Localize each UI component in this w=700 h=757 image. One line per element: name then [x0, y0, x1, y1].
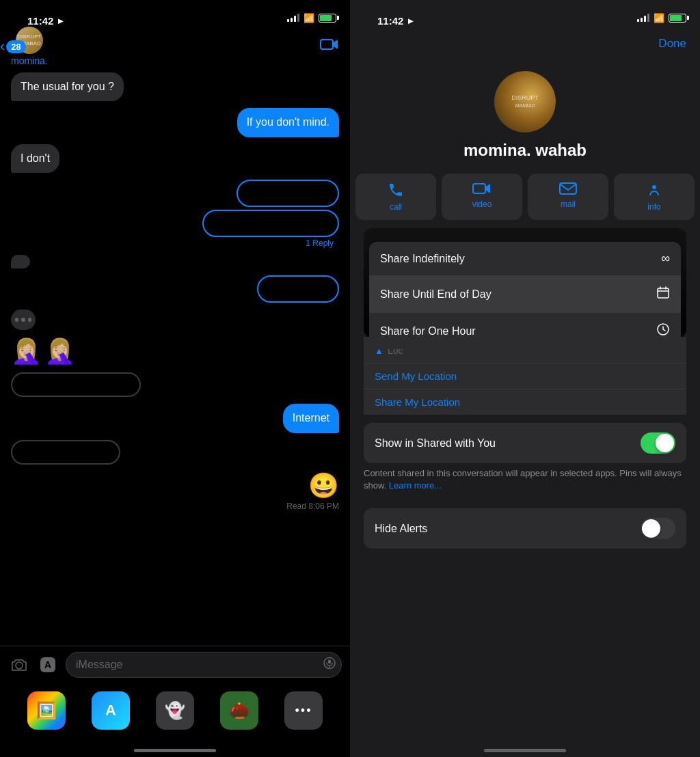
end-of-day-icon — [656, 286, 670, 303]
share-until-end-text: Share Until End of Day — [380, 288, 492, 301]
message-row: 😀 Read 8:06 PM — [11, 471, 339, 511]
share-one-hour-text: Share for One Hour — [380, 325, 476, 338]
video-button[interactable]: video — [442, 174, 522, 220]
message-bubble-dark-outline-2 — [11, 440, 120, 465]
hide-alerts-section: Hide Alerts — [364, 508, 686, 549]
message-bubble-received: The usual for you ? — [11, 72, 124, 101]
share-one-hour-option[interactable]: Share for One Hour — [369, 313, 681, 349]
toggle-thumb — [656, 434, 674, 452]
home-bar-left — [134, 749, 216, 752]
profile-name: momina. wahab — [463, 141, 587, 160]
signal-icon-left — [287, 14, 299, 22]
message-bubble-outlined — [237, 180, 339, 207]
show-in-shared-toggle[interactable] — [641, 432, 675, 454]
share-indefinitely-text: Share Indefinitely — [380, 253, 465, 265]
status-bar-left: 11:42 ► 📶 — [0, 0, 350, 30]
mail-button[interactable]: mail — [528, 174, 608, 220]
emoji-message: 🤦🏼‍♀️ 🤦🏼‍♀️ — [11, 337, 75, 366]
call-label: call — [390, 202, 402, 212]
message-row: The usual for you ? — [11, 72, 339, 101]
time-text-right: 11:42 — [377, 15, 403, 27]
contact-name-nav[interactable]: momina. — [11, 55, 48, 66]
nav-bar-left: ‹ 28 DISRUPTAMABAD momina. — [0, 30, 350, 66]
info-button[interactable]: info — [614, 174, 695, 220]
loading-indicator — [11, 309, 36, 330]
share-indefinitely-option[interactable]: Share Indefinitely ∞ — [369, 242, 681, 276]
done-button[interactable]: Done — [658, 33, 686, 55]
wifi-icon-right: 📶 — [654, 13, 664, 23]
dock-more[interactable]: ••• — [284, 691, 323, 730]
share-until-end-of-day-option[interactable]: Share Until End of Day — [369, 276, 681, 313]
share-my-location-row[interactable]: Share My Location — [364, 389, 686, 415]
signal-icon-right — [637, 14, 649, 22]
read-receipt: Read 8:06 PM — [286, 501, 339, 511]
message-bubble-received — [11, 255, 30, 269]
show-in-shared-row: Show in Shared with You — [364, 423, 686, 463]
status-bar-right: 11:42 ► 📶 — [350, 0, 700, 30]
right-panel: 11:42 ► 📶 Done DISRUPT AMABAD momina — [350, 0, 700, 757]
indefinitely-icon: ∞ — [661, 251, 670, 266]
time-right: 11:42 ► — [364, 3, 429, 33]
svg-rect-4 — [473, 184, 485, 193]
audio-button[interactable] — [323, 657, 336, 673]
contact-profile: DISRUPT AMABAD momina. wahab — [350, 60, 700, 174]
messages-area: The usual for you ? If you don't mind. I… — [0, 66, 350, 646]
dock-acorn[interactable]: 🌰 — [220, 691, 258, 730]
home-indicator-right — [350, 743, 700, 757]
message-input[interactable]: iMessage — [66, 652, 342, 678]
dock-photos[interactable]: 🖼️ — [27, 691, 66, 730]
left-panel: 11:42 ► 📶 ‹ 28 DISRUPTAMABAD momina. — [0, 0, 350, 757]
avatar-image-large: DISRUPT AMABAD — [494, 71, 556, 133]
reply-label[interactable]: 1 Reply — [306, 238, 339, 248]
call-button[interactable]: call — [355, 174, 436, 220]
message-row — [11, 275, 339, 303]
status-icons-left: 📶 — [287, 13, 336, 23]
hide-alerts-toggle[interactable] — [641, 518, 675, 539]
dock: 🖼️ A 👻 🌰 ••• — [0, 686, 350, 743]
video-label: video — [472, 199, 492, 209]
message-row — [11, 255, 339, 269]
status-icons-right: 📶 — [637, 13, 686, 23]
input-placeholder: iMessage — [76, 659, 122, 671]
back-badge: 28 — [6, 40, 25, 53]
svg-point-6 — [652, 185, 656, 189]
home-indicator-left — [0, 743, 350, 757]
location-dropdown: Share Indefinitely ∞ Share Until End of … — [369, 242, 681, 349]
send-my-location-row[interactable]: Send My Location — [364, 363, 686, 389]
settings-section: Show in Shared with You — [364, 423, 686, 463]
battery-icon-left — [319, 14, 336, 23]
hide-alerts-label: Hide Alerts — [375, 523, 427, 535]
time-text-left: 11:42 — [27, 15, 53, 27]
home-bar-right — [484, 749, 566, 752]
svg-rect-7 — [658, 288, 669, 298]
message-row: 1 Reply — [11, 180, 339, 248]
back-chevron-icon: ‹ — [0, 38, 5, 55]
svg-point-1 — [16, 662, 23, 669]
one-hour-icon — [656, 322, 670, 340]
location-icon-left: ► — [56, 16, 65, 26]
message-bubble-sent: If you don't mind. — [237, 108, 339, 137]
show-in-shared-label: Show in Shared with You — [375, 437, 496, 450]
message-bubble-sent-internet: Internet — [283, 404, 339, 432]
input-bar: A iMessage — [0, 646, 350, 686]
video-call-button[interactable] — [320, 38, 339, 55]
emoji-sent: 😀 — [308, 471, 339, 500]
hide-alerts-row: Hide Alerts — [364, 508, 686, 549]
show-in-shared-sublabel: Content shared in this conversation will… — [350, 463, 700, 500]
dock-ghost[interactable]: 👻 — [156, 691, 194, 730]
location-icon-right: ► — [406, 16, 415, 26]
message-bubble-received: I don't — [11, 144, 59, 173]
battery-icon-right — [669, 14, 686, 23]
message-row: Internet — [11, 404, 339, 432]
dock-appstore[interactable]: A — [92, 691, 130, 730]
learn-more-link[interactable]: Learn more... — [389, 480, 442, 491]
message-row: I don't — [11, 144, 339, 173]
back-button[interactable]: ‹ 28 — [0, 38, 26, 55]
message-row: If you don't mind. — [11, 108, 339, 137]
camera-button[interactable] — [8, 654, 30, 676]
apps-button[interactable]: A — [37, 654, 59, 676]
svg-rect-3 — [328, 660, 331, 664]
message-bubble-dark-outline — [11, 372, 141, 397]
svg-rect-5 — [560, 183, 576, 194]
message-row — [11, 440, 339, 465]
